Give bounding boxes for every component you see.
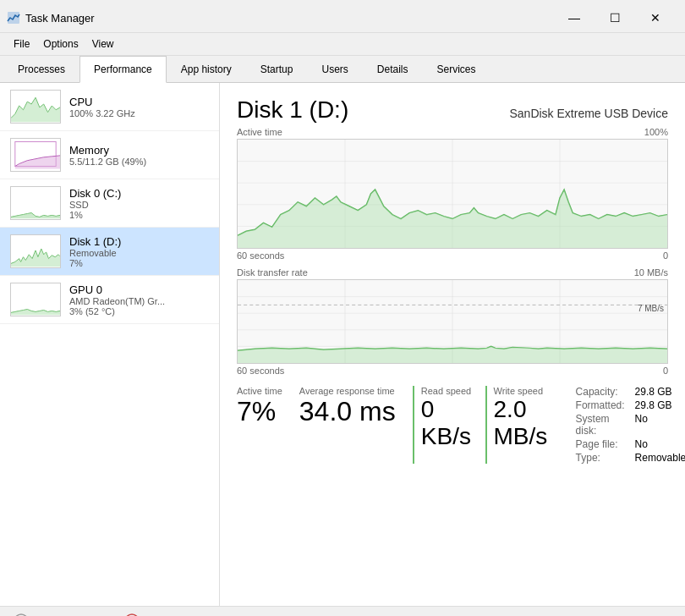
disk1-pct: 7% (69, 258, 209, 268)
cpu-stats: 100% 3.22 GHz (69, 108, 209, 118)
memory-name: Memory (69, 144, 209, 157)
chart2-svg (238, 280, 667, 363)
disk-subtitle: SanDisk Extreme USB Device (509, 107, 668, 120)
disk-info-grid: Capacity: 29.8 GB Formatted: 29.8 GB Sys… (576, 386, 685, 464)
gpu-info: GPU 0 AMD Radeon(TM) Gr... 3% (52 °C) (69, 283, 209, 316)
tab-startup[interactable]: Startup (246, 56, 308, 83)
content-header: Disk 1 (D:) SanDisk Extreme USB Device (237, 96, 668, 124)
chart1-labels: Active time 100% (237, 127, 668, 137)
svg-rect-10 (11, 283, 60, 315)
write-speed-stat: Write speed 2.0 MB/s (485, 386, 549, 464)
memory-stats: 5.5/11.2 GB (49%) (69, 157, 209, 167)
chart1-svg (238, 140, 667, 248)
cpu-info: CPU 100% 3.22 GHz (69, 96, 209, 118)
avg-response-value: 34.0 ms (299, 396, 396, 427)
disk0-pct: 1% (69, 210, 209, 220)
footer: Fewer details | Open Resource Monitor (0, 606, 685, 616)
active-time-value: 7% (237, 396, 282, 427)
active-time-stat: Active time 7% (237, 386, 282, 464)
disk1-name: Disk 1 (D:) (69, 235, 209, 248)
tab-bar: Processes Performance App history Startu… (0, 56, 685, 83)
disk1-info: Disk 1 (D:) Removable 7% (69, 235, 209, 268)
menu-options[interactable]: Options (36, 35, 85, 53)
close-button[interactable]: ✕ (636, 7, 675, 29)
system-disk-value: No (635, 413, 685, 437)
formatted-value: 29.8 GB (635, 399, 685, 411)
chart1-bottom-labels: 60 seconds 0 (237, 250, 668, 261)
chart2-labels: Disk transfer rate 10 MB/s (237, 267, 668, 278)
svg-rect-6 (11, 186, 60, 218)
tab-users[interactable]: Users (307, 56, 362, 83)
memory-info: Memory 5.5/11.2 GB (49%) (69, 144, 209, 167)
sidebar-item-gpu[interactable]: GPU 0 AMD Radeon(TM) Gr... 3% (52 °C) (0, 276, 219, 324)
disk0-name: Disk 0 (C:) (69, 187, 209, 200)
chart1-bottom-right: 0 (663, 250, 668, 261)
tab-services[interactable]: Services (423, 56, 490, 83)
chart2-bottom-labels: 60 seconds 0 (237, 366, 668, 376)
cpu-thumbnail (10, 90, 61, 124)
chart2-label-left: Disk transfer rate (237, 267, 308, 278)
gpu-name: GPU 0 (69, 283, 209, 296)
window-controls: — ☐ ✕ (555, 7, 675, 29)
chart1-bottom-left: 60 seconds (237, 250, 284, 261)
chart2-annotation: 7 MB/s (638, 304, 664, 313)
tab-details[interactable]: Details (363, 56, 423, 83)
content-area: Disk 1 (D:) SanDisk Extreme USB Device A… (220, 83, 685, 606)
read-speed-stat: Read speed 0 KB/s (413, 386, 472, 464)
sidebar-item-disk1[interactable]: Disk 1 (D:) Removable 7% (0, 228, 219, 276)
memory-thumbnail (10, 138, 61, 172)
write-speed-value: 2.0 MB/s (494, 396, 549, 450)
menubar: File Options View (0, 33, 685, 56)
disk-title: Disk 1 (D:) (237, 96, 348, 124)
tab-processes[interactable]: Processes (3, 56, 79, 83)
speed-stats: Read speed 0 KB/s Write speed 2.0 MB/s C… (413, 386, 685, 464)
sidebar: CPU 100% 3.22 GHz Memory 5.5/11.2 GB (49… (0, 83, 220, 606)
app-icon (7, 11, 20, 25)
read-speed-value: 0 KB/s (421, 396, 472, 450)
app-title: Task Manager (25, 12, 95, 25)
minimize-button[interactable]: — (555, 7, 594, 29)
read-bar (413, 386, 414, 464)
menu-file[interactable]: File (7, 35, 36, 53)
avg-response-label: Average response time (299, 386, 396, 396)
disk0-thumbnail (10, 186, 61, 220)
chart2-label-right: 10 MB/s (634, 267, 668, 278)
gpu-model: AMD Radeon(TM) Gr... (69, 296, 209, 306)
chart2-container: 7 MB/s (237, 279, 668, 364)
write-speed-label: Write speed (494, 386, 549, 396)
type-value: Removable (635, 452, 685, 464)
chart1-label-right: 100% (644, 127, 668, 137)
svg-marker-30 (238, 346, 667, 363)
disk0-type: SSD (69, 200, 209, 210)
type-label: Type: (576, 452, 625, 464)
gpu-pct: 3% (52 °C) (69, 306, 209, 316)
disk0-info: Disk 0 (C:) SSD 1% (69, 187, 209, 220)
disk1-type: Removable (69, 248, 209, 258)
cpu-name: CPU (69, 96, 209, 108)
chart2-bottom-right: 0 (663, 366, 668, 376)
active-time-chart-section: Active time 100% (237, 127, 668, 261)
stats-row: Active time 7% Average response time 34.… (237, 386, 668, 464)
maximize-button[interactable]: ☐ (595, 7, 634, 29)
active-time-label: Active time (237, 386, 282, 396)
sidebar-item-memory[interactable]: Memory 5.5/11.2 GB (49%) (0, 131, 219, 179)
transfer-rate-chart-section: Disk transfer rate 10 MB/s 7 MB/s (237, 267, 668, 376)
chart1-label-left: Active time (237, 127, 282, 137)
menu-view[interactable]: View (85, 35, 121, 53)
chart2-bottom-left: 60 seconds (237, 366, 284, 376)
tab-performance[interactable]: Performance (79, 56, 167, 83)
disk1-thumbnail (10, 234, 61, 268)
capacity-label: Capacity: (576, 386, 625, 398)
read-speed-label: Read speed (421, 386, 472, 396)
capacity-value: 29.8 GB (635, 386, 685, 398)
page-file-value: No (635, 438, 685, 450)
gpu-thumbnail (10, 283, 61, 316)
page-file-label: Page file: (576, 438, 625, 450)
sidebar-item-disk0[interactable]: Disk 0 (C:) SSD 1% (0, 179, 219, 228)
tab-app-history[interactable]: App history (167, 56, 246, 83)
system-disk-label: System disk: (576, 413, 625, 437)
titlebar: Task Manager — ☐ ✕ (0, 0, 685, 33)
sidebar-item-cpu[interactable]: CPU 100% 3.22 GHz (0, 83, 219, 131)
formatted-label: Formatted: (576, 399, 625, 411)
chart1-container (237, 139, 668, 249)
